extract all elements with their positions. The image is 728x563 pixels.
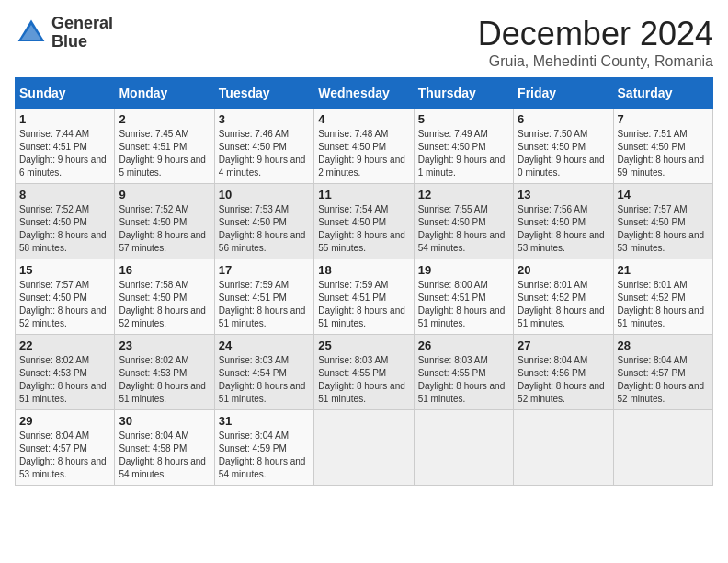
day-number: 16 bbox=[119, 263, 210, 277]
day-info: Sunrise: 7:45 AMSunset: 4:51 PMDaylight:… bbox=[119, 129, 206, 178]
day-info: Sunrise: 8:04 AMSunset: 4:57 PMDaylight:… bbox=[19, 431, 107, 479]
day-info: Sunrise: 8:02 AMSunset: 4:53 PMDaylight:… bbox=[19, 355, 107, 404]
day-info: Sunrise: 7:52 AMSunset: 4:50 PMDaylight:… bbox=[19, 204, 107, 253]
day-info: Sunrise: 7:48 AMSunset: 4:50 PMDaylight:… bbox=[318, 129, 405, 178]
day-number: 26 bbox=[418, 339, 509, 352]
title-block: December 2024 Gruia, Mehedinti County, R… bbox=[478, 15, 713, 70]
day-info: Sunrise: 8:02 AMSunset: 4:53 PMDaylight:… bbox=[119, 355, 206, 404]
day-info: Sunrise: 8:04 AMSunset: 4:56 PMDaylight:… bbox=[518, 355, 605, 404]
calendar-cell: 20Sunrise: 8:01 AMSunset: 4:52 PMDayligh… bbox=[514, 259, 613, 335]
day-number: 2 bbox=[119, 112, 210, 126]
logo: General Blue bbox=[15, 15, 113, 52]
calendar-cell: 19Sunrise: 8:00 AMSunset: 4:51 PMDayligh… bbox=[414, 259, 513, 335]
day-info: Sunrise: 7:53 AMSunset: 4:50 PMDaylight:… bbox=[219, 204, 306, 253]
calendar-cell: 7Sunrise: 7:51 AMSunset: 4:50 PMDaylight… bbox=[613, 109, 712, 184]
day-number: 30 bbox=[119, 414, 210, 428]
day-number: 25 bbox=[318, 339, 409, 352]
calendar-cell: 29Sunrise: 8:04 AMSunset: 4:57 PMDayligh… bbox=[16, 410, 115, 486]
logo-line1: General bbox=[51, 15, 113, 33]
calendar-row: 8Sunrise: 7:52 AMSunset: 4:50 PMDaylight… bbox=[16, 184, 713, 259]
day-number: 8 bbox=[19, 188, 110, 201]
calendar-cell: 8Sunrise: 7:52 AMSunset: 4:50 PMDaylight… bbox=[16, 184, 115, 259]
day-info: Sunrise: 7:54 AMSunset: 4:50 PMDaylight:… bbox=[318, 204, 405, 253]
calendar-cell: 5Sunrise: 7:49 AMSunset: 4:50 PMDaylight… bbox=[414, 109, 513, 184]
header-row: SundayMondayTuesdayWednesdayThursdayFrid… bbox=[16, 78, 713, 109]
calendar-cell: 24Sunrise: 8:03 AMSunset: 4:54 PMDayligh… bbox=[214, 335, 313, 410]
calendar-cell: 3Sunrise: 7:46 AMSunset: 4:50 PMDaylight… bbox=[214, 109, 313, 184]
day-number: 27 bbox=[518, 339, 609, 352]
day-number: 7 bbox=[618, 112, 709, 126]
day-info: Sunrise: 8:04 AMSunset: 4:57 PMDaylight:… bbox=[618, 355, 705, 404]
header-day: Monday bbox=[115, 78, 214, 109]
day-info: Sunrise: 7:51 AMSunset: 4:50 PMDaylight:… bbox=[618, 129, 705, 178]
calendar-cell: 25Sunrise: 8:03 AMSunset: 4:55 PMDayligh… bbox=[314, 335, 414, 410]
day-info: Sunrise: 7:49 AMSunset: 4:50 PMDaylight:… bbox=[418, 129, 506, 178]
day-number: 22 bbox=[19, 339, 110, 352]
day-number: 29 bbox=[19, 414, 110, 428]
day-number: 1 bbox=[19, 112, 110, 126]
day-number: 18 bbox=[318, 263, 409, 277]
day-info: Sunrise: 8:03 AMSunset: 4:55 PMDaylight:… bbox=[418, 355, 506, 404]
day-number: 12 bbox=[418, 188, 509, 201]
day-info: Sunrise: 7:46 AMSunset: 4:50 PMDaylight:… bbox=[219, 129, 306, 178]
calendar-cell: 4Sunrise: 7:48 AMSunset: 4:50 PMDaylight… bbox=[314, 109, 414, 184]
day-info: Sunrise: 7:57 AMSunset: 4:50 PMDaylight:… bbox=[19, 280, 107, 328]
day-number: 14 bbox=[618, 188, 709, 201]
day-number: 21 bbox=[618, 263, 709, 277]
calendar-row: 15Sunrise: 7:57 AMSunset: 4:50 PMDayligh… bbox=[16, 259, 713, 335]
day-info: Sunrise: 7:57 AMSunset: 4:50 PMDaylight:… bbox=[618, 204, 705, 253]
calendar-cell: 10Sunrise: 7:53 AMSunset: 4:50 PMDayligh… bbox=[214, 184, 313, 259]
calendar-cell: 31Sunrise: 8:04 AMSunset: 4:59 PMDayligh… bbox=[214, 410, 313, 486]
day-info: Sunrise: 8:04 AMSunset: 4:59 PMDaylight:… bbox=[219, 431, 306, 479]
day-number: 9 bbox=[119, 188, 210, 201]
day-number: 17 bbox=[219, 263, 310, 277]
calendar-cell: 14Sunrise: 7:57 AMSunset: 4:50 PMDayligh… bbox=[613, 184, 712, 259]
day-info: Sunrise: 7:55 AMSunset: 4:50 PMDaylight:… bbox=[418, 204, 506, 253]
day-info: Sunrise: 8:01 AMSunset: 4:52 PMDaylight:… bbox=[518, 280, 605, 328]
day-number: 11 bbox=[318, 188, 409, 201]
calendar-cell bbox=[613, 410, 712, 486]
day-info: Sunrise: 8:03 AMSunset: 4:54 PMDaylight:… bbox=[219, 355, 306, 404]
day-number: 13 bbox=[518, 188, 609, 201]
day-number: 31 bbox=[219, 414, 310, 428]
location-title: Gruia, Mehedinti County, Romania bbox=[478, 53, 713, 70]
calendar-cell: 30Sunrise: 8:04 AMSunset: 4:58 PMDayligh… bbox=[115, 410, 214, 486]
day-info: Sunrise: 7:56 AMSunset: 4:50 PMDaylight:… bbox=[518, 204, 605, 253]
day-info: Sunrise: 7:59 AMSunset: 4:51 PMDaylight:… bbox=[318, 280, 405, 328]
header-day: Friday bbox=[514, 78, 613, 109]
day-number: 19 bbox=[418, 263, 509, 277]
day-number: 23 bbox=[119, 339, 210, 352]
calendar-cell: 16Sunrise: 7:58 AMSunset: 4:50 PMDayligh… bbox=[115, 259, 214, 335]
day-info: Sunrise: 8:04 AMSunset: 4:58 PMDaylight:… bbox=[119, 431, 206, 479]
calendar-cell bbox=[314, 410, 414, 486]
day-info: Sunrise: 8:03 AMSunset: 4:55 PMDaylight:… bbox=[318, 355, 405, 404]
day-number: 20 bbox=[518, 263, 609, 277]
day-info: Sunrise: 8:00 AMSunset: 4:51 PMDaylight:… bbox=[418, 280, 506, 328]
header-day: Tuesday bbox=[214, 78, 313, 109]
calendar-cell: 27Sunrise: 8:04 AMSunset: 4:56 PMDayligh… bbox=[514, 335, 613, 410]
day-number: 5 bbox=[418, 112, 509, 126]
calendar-cell bbox=[514, 410, 613, 486]
calendar-cell bbox=[414, 410, 513, 486]
calendar-cell: 12Sunrise: 7:55 AMSunset: 4:50 PMDayligh… bbox=[414, 184, 513, 259]
calendar-cell: 28Sunrise: 8:04 AMSunset: 4:57 PMDayligh… bbox=[613, 335, 712, 410]
header-day: Thursday bbox=[414, 78, 513, 109]
day-number: 28 bbox=[618, 339, 709, 352]
logo-icon bbox=[15, 17, 48, 50]
day-info: Sunrise: 7:44 AMSunset: 4:51 PMDaylight:… bbox=[19, 129, 107, 178]
day-number: 15 bbox=[19, 263, 110, 277]
header-day: Wednesday bbox=[314, 78, 414, 109]
calendar-cell: 23Sunrise: 8:02 AMSunset: 4:53 PMDayligh… bbox=[115, 335, 214, 410]
calendar-cell: 17Sunrise: 7:59 AMSunset: 4:51 PMDayligh… bbox=[214, 259, 313, 335]
calendar-cell: 21Sunrise: 8:01 AMSunset: 4:52 PMDayligh… bbox=[613, 259, 712, 335]
calendar-row: 1Sunrise: 7:44 AMSunset: 4:51 PMDaylight… bbox=[16, 109, 713, 184]
calendar-cell: 15Sunrise: 7:57 AMSunset: 4:50 PMDayligh… bbox=[16, 259, 115, 335]
day-number: 10 bbox=[219, 188, 310, 201]
logo-line2: Blue bbox=[51, 33, 113, 52]
calendar-cell: 13Sunrise: 7:56 AMSunset: 4:50 PMDayligh… bbox=[514, 184, 613, 259]
calendar-row: 29Sunrise: 8:04 AMSunset: 4:57 PMDayligh… bbox=[16, 410, 713, 486]
calendar-cell: 11Sunrise: 7:54 AMSunset: 4:50 PMDayligh… bbox=[314, 184, 414, 259]
day-number: 24 bbox=[219, 339, 310, 352]
calendar-cell: 1Sunrise: 7:44 AMSunset: 4:51 PMDaylight… bbox=[16, 109, 115, 184]
logo-text: General Blue bbox=[51, 15, 113, 52]
